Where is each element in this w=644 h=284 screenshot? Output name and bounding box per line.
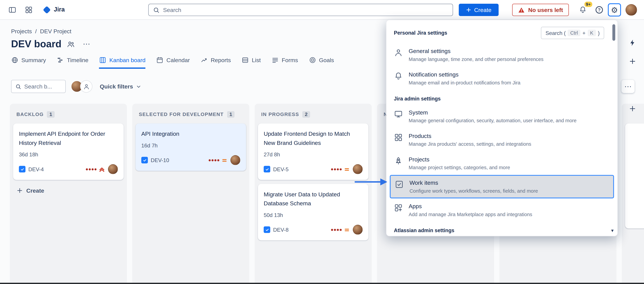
task-type-icon: [264, 226, 270, 233]
column-name: SELECTED FOR DEVELOPMENT: [139, 112, 224, 117]
chart-line-icon: [200, 56, 208, 64]
app-name: Jira: [54, 6, 65, 13]
jira-logo-icon[interactable]: [42, 6, 52, 15]
card-dev-10[interactable]: API Integration 16d 7h DEV-10: [136, 123, 246, 171]
window-bottom-edge: [0, 283, 644, 284]
assignee-avatar[interactable]: [353, 225, 363, 235]
create-button[interactable]: Create: [459, 4, 498, 16]
settings-search-shortcut[interactable]: Search ( Ctrl + K ): [541, 27, 604, 39]
notifications-button[interactable]: 9+: [576, 3, 590, 17]
card-dev-4[interactable]: Implement API Endpoint for Order History…: [13, 123, 124, 180]
dropdown-scrollbar[interactable]: ▾: [612, 24, 616, 233]
scrollbar-thumb[interactable]: [612, 24, 615, 41]
card-title: Update Frontend Design to Match New Bran…: [264, 129, 362, 147]
unassigned-avatar[interactable]: [80, 80, 92, 92]
column-create-button[interactable]: Create: [13, 184, 124, 197]
priority-medium-icon: [222, 157, 228, 163]
tab-calendar[interactable]: Calendar: [156, 56, 190, 69]
card-key: DEV-8: [273, 227, 289, 233]
breadcrumb-projects[interactable]: Projects: [11, 28, 32, 35]
tab-forms[interactable]: Forms: [272, 56, 298, 69]
task-type-icon: [141, 157, 148, 164]
card-key: DEV-10: [151, 157, 169, 163]
board-filter-row: Quick filters: [11, 80, 142, 93]
board-more-button[interactable]: ⋯: [80, 38, 93, 50]
column-backlog: BACKLOG 1 Implement API Endpoint for Ord…: [10, 104, 127, 284]
board-view-tabs: Summary Timeline Kanban board Calendar R…: [11, 56, 334, 69]
automation-button[interactable]: [626, 36, 639, 50]
board-members-button[interactable]: [65, 38, 77, 50]
timeline-icon: [56, 56, 64, 64]
menu-item-system[interactable]: System Manage general configuration, sec…: [386, 104, 618, 128]
scroll-down-icon[interactable]: ▾: [611, 228, 614, 233]
card-partial[interactable]: [625, 123, 644, 228]
story-dots-icon: [86, 168, 96, 170]
no-users-left-button[interactable]: No users left: [512, 4, 569, 16]
breadcrumb-dev-project[interactable]: DEV Project: [40, 28, 72, 35]
menu-item-projects[interactable]: Projects Manage project settings, catego…: [386, 152, 618, 175]
assignee-filter-avatars: [70, 80, 92, 92]
tab-list[interactable]: List: [242, 56, 261, 69]
panel-toggle-icon: [8, 6, 16, 14]
global-search-input[interactable]: [163, 7, 448, 13]
priority-medium-icon: [344, 227, 350, 233]
menu-item-notification-settings[interactable]: Notification settings Manage email and i…: [386, 67, 618, 90]
help-button[interactable]: ?: [592, 3, 606, 17]
column-count-badge: 2: [302, 111, 310, 118]
lines-icon: [272, 56, 279, 64]
column-header: BACKLOG 1: [13, 107, 124, 124]
board-search-input[interactable]: [24, 83, 62, 90]
grid-icon: [394, 133, 403, 142]
search-icon: [15, 83, 22, 90]
tab-kanban-board[interactable]: Kanban board: [99, 56, 146, 69]
assignee-avatar[interactable]: [353, 164, 363, 174]
card-dev-8[interactable]: Migrate User Data to Updated Database Sc…: [258, 184, 368, 240]
help-icon: ?: [596, 6, 603, 14]
menu-item-work-items[interactable]: Work items Configure work types, workflo…: [390, 175, 614, 198]
tab-timeline[interactable]: Timeline: [56, 56, 88, 69]
add-view-button[interactable]: [626, 55, 639, 68]
plus-icon: [466, 7, 472, 13]
jira-admin-settings-heading: Jira admin settings: [386, 90, 618, 104]
card-dev-5[interactable]: Update Frontend Design to Match New Bran…: [258, 123, 368, 180]
more-icon: ⋯: [624, 82, 632, 91]
board-options-button[interactable]: ⋯: [622, 80, 634, 93]
page-title: DEV board: [11, 38, 62, 50]
column-name: IN PROGRESS: [261, 112, 299, 117]
assignee-avatar[interactable]: [108, 164, 118, 174]
app-switcher-button[interactable]: [22, 3, 36, 17]
add-column-button[interactable]: [626, 102, 639, 115]
menu-item-apps[interactable]: Apps Add and manage Jira Marketplace app…: [386, 198, 618, 222]
menu-item-products[interactable]: Products Manage Jira products' access, s…: [386, 128, 618, 152]
sidebar-toggle-button[interactable]: [6, 3, 19, 17]
column-in-progress: IN PROGRESS 2 Update Frontend Design to …: [254, 104, 372, 284]
column-edge-sliver: [622, 104, 644, 284]
card-key: DEV-5: [273, 166, 289, 172]
list-icon: [242, 56, 249, 64]
globe-icon: [11, 56, 18, 64]
user-avatar[interactable]: [626, 4, 637, 16]
tab-reports[interactable]: Reports: [200, 56, 231, 69]
menu-item-general-settings[interactable]: General settings Manage language, time z…: [386, 43, 618, 67]
rocket-icon: [394, 156, 403, 166]
tab-summary[interactable]: Summary: [11, 56, 46, 69]
global-search[interactable]: [148, 4, 453, 16]
board-search[interactable]: [11, 80, 66, 93]
personal-settings-heading: Personal Jira settings: [394, 30, 447, 36]
quick-filters-button[interactable]: Quick filters: [100, 83, 142, 90]
target-icon: [309, 56, 316, 64]
assignee-avatar[interactable]: [230, 155, 240, 165]
monitor-icon: [394, 109, 403, 118]
task-type-icon: [19, 166, 26, 172]
priority-highest-icon: [98, 166, 105, 172]
settings-button[interactable]: ⚙: [608, 3, 621, 17]
chevron-down-icon: [136, 83, 142, 90]
tab-goals[interactable]: Goals: [309, 56, 334, 69]
card-title: Migrate User Data to Updated Database Sc…: [264, 190, 362, 208]
column-count-badge: 1: [47, 111, 55, 118]
story-dots-icon: [208, 159, 219, 161]
card-title: Implement API Endpoint for Order History…: [19, 129, 118, 147]
card-estimate: 27d 8h: [264, 152, 362, 158]
keycap-ctrl: Ctrl: [568, 30, 580, 36]
card-key: DEV-4: [28, 166, 44, 172]
